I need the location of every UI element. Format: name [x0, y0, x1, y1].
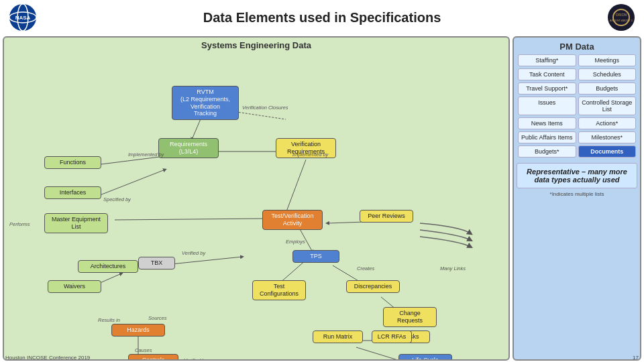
- interfaces-node: Interfaces: [44, 186, 101, 199]
- many-links-label: Many Links: [440, 265, 466, 272]
- impl-by2-text: Implemented by: [292, 152, 328, 158]
- causes-label: Causes: [135, 347, 152, 353]
- se-canvas: RVTM (L2 Requirements, Verification Trac…: [4, 52, 508, 359]
- footer-right: 17: [633, 355, 639, 361]
- pm-cell-milestones: Milestones*: [578, 131, 637, 143]
- interfaces-label: Interfaces: [60, 189, 87, 196]
- lcr-rfas-node: LCR RFAs: [372, 330, 412, 343]
- sources-text: Sources: [148, 315, 167, 321]
- se-data-panel: Systems Engineering Data: [3, 36, 510, 361]
- pm-cell-travel-support: Travel Support*: [518, 82, 576, 95]
- pm-data-panel: PM Data Staffing* Meetings Task Content …: [513, 36, 641, 361]
- employs-label: Employs: [286, 239, 305, 245]
- verified-by-text: Verified by: [182, 250, 205, 256]
- implemented-by-label: Implemented by: [128, 152, 164, 158]
- change-req-label: Change Requests: [397, 310, 423, 324]
- pm-grid: Staffing* Meetings Task Content Schedule…: [517, 54, 637, 158]
- header: NASA Data Elements used in Specification…: [0, 0, 644, 35]
- nasa-logo: NASA: [8, 3, 38, 32]
- rvtm-label: RVTM (L2 Requirements, Verification Trac…: [180, 88, 230, 117]
- verification-closures-label: Verification Closures: [242, 105, 288, 111]
- pm-cell-budgets2: Budgets*: [518, 145, 576, 158]
- svg-text:ORION: ORION: [616, 13, 627, 17]
- peer-reviews-node: Peer Reviews: [360, 210, 413, 223]
- rvtm-node: RVTM (L2 Requirements, Verification Trac…: [172, 86, 239, 120]
- master-equip-node: Master Equipment List: [44, 213, 108, 233]
- functions-label: Functions: [60, 159, 86, 166]
- se-section-title: Systems Engineering Data: [4, 38, 508, 52]
- pm-cell-public-affairs: Public Affairs Items: [518, 131, 576, 143]
- pm-section-title: PM Data: [517, 40, 637, 54]
- run-matrix-label: Run Matrix: [323, 333, 353, 340]
- lcr-rfas-label: LCR RFAs: [378, 333, 407, 340]
- results-in-label: Results in: [98, 317, 120, 323]
- performs-label: Performs: [9, 221, 30, 227]
- pm-cell-issues: Issues: [518, 97, 576, 115]
- pm-cell-task-content: Task Content: [518, 68, 576, 80]
- svg-text:NASA: NASA: [15, 15, 31, 21]
- footer: Houston INCOSE Conference 2019 17: [5, 355, 639, 361]
- architectures-node: Architectures: [78, 260, 138, 273]
- pm-cell-controlled-storage: Controlled Storage List: [578, 97, 637, 115]
- hazards-node: Hazards: [111, 324, 165, 337]
- many-links-text: Many Links: [440, 265, 466, 272]
- waivers-label: Waivers: [64, 283, 85, 290]
- svg-line-11: [115, 219, 266, 220]
- run-matrix-node: Run Matrix: [313, 330, 363, 343]
- discrepancies-node: Discrepancies: [346, 280, 400, 293]
- tps-node: TPS: [292, 250, 339, 263]
- svg-line-24: [232, 111, 286, 119]
- specified-by-text: Specified by: [103, 196, 131, 202]
- employs-text: Employs: [286, 239, 305, 245]
- test-verif-label: Test/Verification Activity: [271, 213, 313, 227]
- page-title: Data Elements used in Specifications: [203, 10, 441, 25]
- peer-reviews-label: Peer Reviews: [368, 213, 405, 219]
- pm-footnote: *Indicates multiple lists: [517, 191, 637, 197]
- requirements-label: Requirements (L3/L4): [170, 141, 207, 155]
- main-layout: Systems Engineering Data: [0, 35, 644, 362]
- pm-cell-actions: Actions*: [578, 117, 637, 129]
- causes-text: Causes: [135, 347, 152, 353]
- footnote-text: *Indicates multiple lists: [550, 191, 604, 197]
- pm-cell-budgets: Budgets: [578, 82, 637, 95]
- results-in-text: Results in: [98, 317, 120, 323]
- pm-cell-news-items: News Items: [518, 117, 576, 129]
- pm-cell-documents: Documents: [578, 145, 637, 158]
- svg-text:ASCENT ABORT 2: ASCENT ABORT 2: [610, 19, 633, 22]
- test-config-node: Test Configurations: [252, 280, 306, 300]
- pm-representative-text: Representative – many more data types ac…: [517, 163, 637, 188]
- functions-node: Functions: [44, 156, 101, 169]
- verified-by-label: Verified by: [182, 250, 205, 256]
- requirements-node: Requirements (L3/L4): [158, 138, 219, 158]
- performs-text: Performs: [9, 221, 30, 227]
- pm-cell-staffing: Staffing*: [518, 54, 576, 66]
- impl-by-text: Implemented by: [128, 152, 164, 158]
- footer-left: Houston INCOSE Conference 2019: [5, 355, 90, 361]
- tbx-node: TBX: [138, 257, 175, 269]
- master-equip-label: Master Equipment List: [52, 216, 101, 230]
- representative-text-content: Representative – many more data types ac…: [527, 168, 627, 184]
- test-verif-node: Test/Verification Activity: [262, 210, 323, 230]
- discrepancies-label: Discrepancies: [354, 283, 392, 290]
- pm-cell-schedules: Schedules: [578, 68, 637, 80]
- tps-label: TPS: [310, 253, 322, 259]
- change-requests-node: Change Requests: [383, 307, 437, 327]
- implemented-by2-label: Implemented by: [292, 152, 328, 158]
- hazards-label: Hazards: [127, 326, 150, 333]
- creates-label: Creates: [357, 265, 374, 272]
- verif-closures-text: Verification Closures: [242, 105, 288, 111]
- test-config-label: Test Configurations: [260, 283, 299, 297]
- pm-cell-meetings: Meetings: [578, 54, 637, 66]
- architectures-label: Architectures: [91, 263, 126, 269]
- svg-point-4: [608, 4, 635, 31]
- orion-logo: ORION ASCENT ABORT 2: [606, 3, 636, 32]
- svg-line-10: [97, 170, 165, 196]
- creates-text: Creates: [357, 265, 374, 272]
- svg-line-12: [286, 160, 306, 213]
- waivers-node: Waivers: [48, 280, 101, 293]
- specified-by-label: Specified by: [103, 196, 131, 202]
- sources-label: Sources: [148, 315, 167, 321]
- tbx-label: TBX: [151, 259, 163, 266]
